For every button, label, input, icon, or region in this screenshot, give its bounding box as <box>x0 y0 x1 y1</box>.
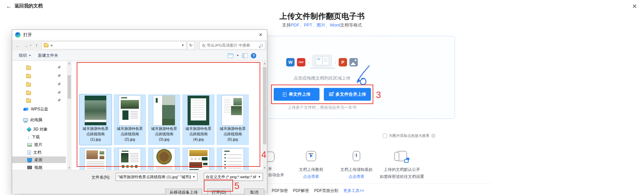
sidebar-item-label: WPS云盘 <box>31 106 48 112</box>
file-tile[interactable]: 城市旅游特色景点路线指南(2).jpg <box>114 94 146 145</box>
mobile-upload-button[interactable]: 从移动设备上传 <box>165 189 202 195</box>
dialog-address-row: ← → ▼ ↑ « ▼ ↻ 在 导出JPG高清图片 中搜索 <box>12 40 267 51</box>
sidebar-item-pinned-folder[interactable] <box>12 81 66 88</box>
page-subtitle: 支持PDF、PPT、图片、Word文档等格式 <box>0 22 644 28</box>
pdf-tool-link[interactable]: PDF解密 <box>293 188 309 194</box>
file-name-line: (4).jpg <box>182 137 215 142</box>
dialog-titlebar[interactable]: 打开 ✕ <box>12 30 267 40</box>
file-tile[interactable]: 城市旅游特色景点路线指南(6).jpg <box>79 147 112 170</box>
open-button[interactable]: 打开(O) <box>207 189 231 195</box>
divider <box>235 184 491 184</box>
feature-column: 上传的文档默认公开如需保密请前往文档设置 <box>373 151 430 180</box>
single-upload-button[interactable]: 单文件上传 <box>274 88 319 101</box>
cancel-button[interactable]: 取消 <box>244 189 264 195</box>
nav-history-caret-icon[interactable]: ▼ <box>29 44 32 47</box>
file-tile[interactable]: 城市旅游特色景点路线指南(3).jpg <box>148 94 180 145</box>
folder-icon <box>26 83 31 87</box>
info-icon[interactable]: ? <box>431 134 435 138</box>
folder-icon <box>44 44 48 47</box>
filetype-combobox[interactable]: 自定义文件 (*.png;*.webp;*.tif ▼ <box>204 173 263 181</box>
sidebar-item-cloud[interactable]: WPS云盘 <box>12 106 66 112</box>
merge-upload-button[interactable]: 多文件合并上传 <box>324 88 371 101</box>
help-icon[interactable]: ? <box>251 53 256 58</box>
nav-up-icon[interactable]: ↑ <box>35 43 38 48</box>
page-close-icon[interactable]: ✕ <box>630 2 639 11</box>
filelist-scroll-thumb[interactable] <box>263 67 266 144</box>
ppt-icon: P <box>339 58 347 66</box>
resize-grip[interactable] <box>264 190 266 193</box>
file-name-line: 点路线指南 <box>217 131 249 137</box>
arrow-left-icon: ‹ <box>335 60 336 65</box>
file-thumbnail <box>119 149 141 170</box>
sidebar-item-pinned-folder[interactable] <box>12 64 66 71</box>
file-tile[interactable]: 城市旅游特色景点路线指南(8).jpg <box>148 147 180 170</box>
file-tile[interactable]: 城市旅游特色景点路线指南(1).jpg <box>79 94 112 145</box>
preview-pane-icon[interactable] <box>242 53 248 58</box>
organize-caret-icon: ▼ <box>29 54 31 57</box>
sidebar-item-computer[interactable]: 此电脑 <box>12 116 66 123</box>
merge-icon <box>329 92 333 96</box>
format-link[interactable]: Word <box>330 22 340 28</box>
format-link[interactable]: 图片、 <box>317 22 330 28</box>
sidebar-item-pictures[interactable]: 图片 <box>12 141 66 148</box>
back-to-documents[interactable]: ← 返回我的文档 <box>6 3 43 9</box>
pictures-icon <box>27 143 32 147</box>
sidebar-item-label: 图片 <box>34 142 42 148</box>
scroll-up-icon[interactable]: ∧ <box>262 61 267 66</box>
file-tile[interactable]: 城市旅游特色景点路线指南(5).jpg <box>217 94 249 145</box>
scroll-down-icon[interactable]: ∨ <box>262 165 267 170</box>
sidebar-scroll-thumb[interactable] <box>68 75 71 99</box>
organize-menu[interactable]: 组织 ▼ <box>19 53 31 58</box>
file-tile[interactable]: 城市旅游特色景点路线指南(10).jpg <box>217 147 249 170</box>
file-name-line: (1).jpg <box>79 137 112 142</box>
folder-icon <box>26 66 31 70</box>
nav-forward-icon[interactable]: → <box>23 43 28 48</box>
sidebar-item-pinned-folder[interactable] <box>12 97 66 104</box>
filename-combobox[interactable]: "城市旅游特色景点路线指南 (1).jpg" "城市旅游特色景点路线指 ▼ <box>116 173 197 181</box>
pdf-tool-link[interactable]: PDF页面分割 <box>314 188 338 194</box>
pin-icon <box>58 82 61 87</box>
document-icon <box>283 92 287 97</box>
file-tile[interactable]: 城市旅游特色景点路线指南(9).jpg <box>182 147 215 170</box>
organize-label: 组织 <box>19 53 27 58</box>
sidebar-item-pinned-folder[interactable] <box>12 90 66 96</box>
sidebar-item-pinned-folder[interactable] <box>12 73 66 80</box>
scroll-up-icon[interactable]: ∧ <box>67 61 72 66</box>
scroll-down-icon[interactable]: ∨ <box>67 165 72 170</box>
new-folder-button[interactable]: 新建文件夹 <box>38 53 58 58</box>
refresh-button[interactable]: ↻ <box>187 41 194 49</box>
sidebar-scrollbar[interactable]: ∧ ∨ <box>67 61 72 170</box>
new-folder-label: 新建文件夹 <box>38 53 58 58</box>
view-mode-icon[interactable] <box>228 53 233 58</box>
pdf-tool-link[interactable]: PDF加密 <box>272 188 288 194</box>
sidebar-item-desktop[interactable]: 桌面 <box>12 156 66 163</box>
zoom-effect-checkbox[interactable] <box>383 134 387 138</box>
combo-caret-icon[interactable]: ▼ <box>192 175 195 179</box>
sidebar-item-label: 文档 <box>33 150 41 155</box>
format-link[interactable]: PDF、 <box>291 22 304 28</box>
combo-caret-icon[interactable]: ▼ <box>258 175 261 179</box>
filelist-scrollbar[interactable]: ∧ ∨ <box>262 61 267 170</box>
file-tile[interactable]: 城市旅游特色景点路线指南(7).jpg <box>114 147 146 170</box>
nav-back-icon[interactable]: ← <box>15 43 20 48</box>
address-bar[interactable]: « ▼ <box>42 41 186 49</box>
sidebar-item-label: 下载 <box>32 134 40 140</box>
search-input[interactable]: 在 导出JPG高清图片 中搜索 <box>199 41 265 49</box>
sidebar-item-videos[interactable]: 视频 <box>12 164 66 170</box>
sidebar-item-documents[interactable]: 文档 <box>12 149 66 156</box>
file-tile[interactable]: 城市旅游特色景点路线指南(4).jpg <box>182 94 215 145</box>
documents-icon <box>27 150 31 155</box>
sidebar-item-label: 此电脑 <box>30 117 42 123</box>
folder-icon <box>26 99 31 103</box>
file-name-line: 点路线指南 <box>148 131 180 137</box>
sidebar-item-download[interactable]: ↓下载 <box>12 134 66 140</box>
format-link[interactable]: PPT、 <box>304 22 316 28</box>
search-placeholder: 在 导出JPG高清图片 中搜索 <box>202 43 260 48</box>
sidebar-item-box3d[interactable]: 3D 对象 <box>12 126 66 133</box>
view-mode-caret-icon[interactable]: ▼ <box>236 54 239 57</box>
address-text: « <box>50 43 181 48</box>
more-tools-link[interactable]: 更多工具>> <box>343 188 364 194</box>
dialog-close-icon[interactable]: ✕ <box>254 30 267 40</box>
folder-icon <box>26 75 31 78</box>
address-caret-icon[interactable]: ▼ <box>181 44 184 47</box>
